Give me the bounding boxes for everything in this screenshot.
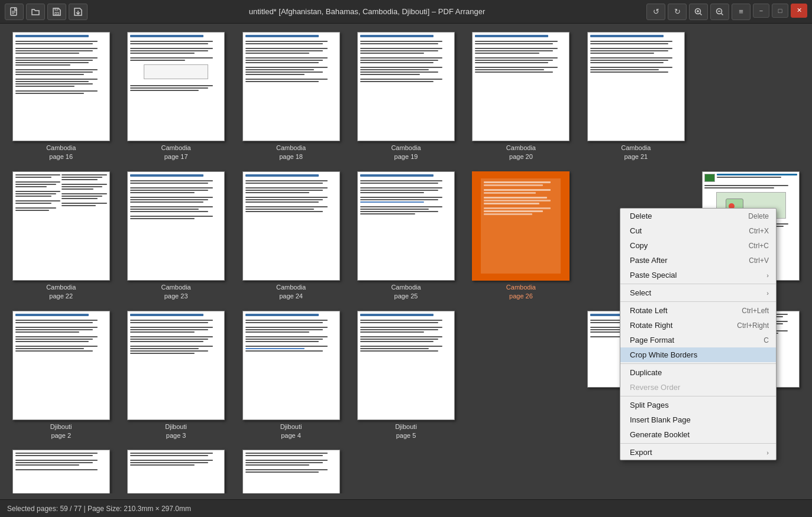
menu-item-rotate-right[interactable]: Rotate Right Ctrl+Right: [620, 318, 776, 333]
page-label: Djiboutipage 3: [165, 422, 187, 441]
page-label: Cambodiapage 24: [276, 283, 306, 301]
svg-rect-5: [55, 8, 58, 10]
menu-separator-4: [620, 396, 776, 396]
page-label: Djiboutipage 4: [280, 422, 302, 441]
page-thumb[interactable]: [472, 32, 570, 141]
page-thumb[interactable]: [587, 32, 685, 141]
page-item-row4-5[interactable]: [238, 450, 344, 493]
page-thumb[interactable]: [242, 32, 340, 141]
page-thumb[interactable]: [242, 171, 340, 281]
context-menu: Delete Delete Cut Ctrl+X Copy Ctrl+C Pas…: [620, 208, 777, 460]
page-label: Cambodiapage 18: [276, 144, 306, 162]
page-item-cambodia-25[interactable]: Cambodiapage 25: [353, 171, 458, 301]
page-thumb[interactable]: [12, 311, 110, 420]
page-item-cambodia-19[interactable]: Cambodiapage 19: [353, 32, 458, 162]
page-item-cambodia-18[interactable]: Cambodiapage 18: [238, 32, 344, 162]
page-thumb[interactable]: [127, 450, 225, 493]
page-label: Cambodiapage 25: [391, 283, 420, 301]
new-button[interactable]: [5, 4, 24, 20]
menu-item-shortcut: Ctrl+C: [749, 242, 769, 250]
menu-separator-1: [620, 284, 776, 284]
menu-item-export[interactable]: Export ›: [620, 445, 776, 460]
menu-item-label: Export: [630, 448, 652, 457]
maximize-button[interactable]: □: [772, 4, 788, 18]
menu-item-paste-special[interactable]: Paste Special ›: [620, 268, 776, 282]
menu-item-label: Crop White Borders: [630, 350, 697, 359]
page-item-cambodia-20[interactable]: Cambodiapage 20: [468, 32, 574, 162]
page-item-djibouti-4[interactable]: Djiboutipage 4: [238, 311, 344, 441]
close-button[interactable]: ✕: [791, 4, 807, 18]
menu-separator-5: [620, 443, 776, 444]
page-item-cambodia-17[interactable]: Cambodiapage 17: [123, 32, 228, 162]
menu-item-label: Reverse Order: [630, 383, 680, 392]
page-label: Cambodiapage 26: [506, 283, 536, 301]
menu-item-label: Select: [630, 288, 651, 297]
page-item-cambodia-26[interactable]: Cambodiapage 26: [468, 171, 574, 301]
menu-item-shortcut: Ctrl+X: [749, 227, 769, 235]
page-item-djibouti-3[interactable]: Djiboutipage 3: [123, 311, 228, 441]
page-item-cambodia-21[interactable]: Cambodiapage 21: [583, 32, 688, 162]
menu-item-shortcut: Delete: [748, 212, 769, 220]
submenu-arrow-icon: ›: [766, 449, 769, 456]
submenu-arrow-icon: ›: [766, 290, 769, 297]
svg-line-8: [700, 13, 702, 15]
menu-item-label: Copy: [630, 241, 648, 250]
page-item-cambodia-23[interactable]: Cambodiapage 23: [123, 171, 228, 301]
menu-item-generate-booklet[interactable]: Generate Booklet: [620, 427, 776, 442]
titlebar: untitled* [Afghanistan, Bahamas, Cambodi…: [0, 0, 812, 24]
menu-item-split-pages[interactable]: Split Pages: [620, 398, 776, 412]
undo-button[interactable]: ↺: [646, 4, 665, 20]
status-text: Selected pages: 59 / 77 | Page Size: 210…: [7, 505, 191, 513]
page-item-djibouti-2[interactable]: Djiboutipage 2: [8, 311, 114, 441]
menu-item-select[interactable]: Select ›: [620, 285, 776, 300]
menu-item-duplicate[interactable]: Duplicate: [620, 365, 776, 380]
menu-item-label: Insert Blank Page: [630, 415, 691, 424]
menu-item-label: Delete: [630, 212, 652, 220]
menu-item-paste-after[interactable]: Paste After Ctrl+V: [620, 253, 776, 268]
svg-line-12: [722, 13, 723, 15]
page-label: Cambodiapage 16: [46, 144, 76, 162]
submenu-arrow-icon: ›: [766, 272, 769, 279]
page-item-cambodia-22[interactable]: Cambodiapage 22: [8, 171, 114, 301]
page-item-cambodia-16[interactable]: Cambodiapage 16: [8, 32, 114, 162]
page-thumb[interactable]: [12, 450, 110, 493]
menu-item-copy[interactable]: Copy Ctrl+C: [620, 238, 776, 253]
page-thumb[interactable]: [242, 311, 340, 420]
page-item-row4-4[interactable]: [123, 450, 228, 493]
page-thumb[interactable]: [357, 32, 455, 141]
page-thumb[interactable]: [127, 32, 225, 141]
menu-item-delete[interactable]: Delete Delete: [620, 209, 776, 223]
page-thumb[interactable]: [12, 32, 110, 141]
hamburger-menu-button[interactable]: ≡: [732, 4, 750, 20]
zoom-out-button[interactable]: [710, 4, 729, 20]
menu-item-rotate-left[interactable]: Rotate Left Ctrl+Left: [620, 303, 776, 318]
save-button[interactable]: [47, 4, 66, 20]
page-thumb[interactable]: [242, 450, 340, 493]
page-thumb[interactable]: [357, 171, 455, 281]
menu-item-crop-white-borders[interactable]: Crop White Borders: [620, 347, 776, 362]
statusbar: Selected pages: 59 / 77 | Page Size: 210…: [0, 499, 812, 517]
menu-item-page-format[interactable]: Page Format C: [620, 333, 776, 347]
window-title: untitled* [Afghanistan, Bahamas, Cambodi…: [88, 7, 646, 16]
menu-item-label: Rotate Left: [630, 306, 668, 315]
open-button[interactable]: [26, 4, 45, 20]
zoom-in-button[interactable]: [689, 4, 708, 20]
menu-item-cut[interactable]: Cut Ctrl+X: [620, 223, 776, 238]
page-item-cambodia-24[interactable]: Cambodiapage 24: [238, 171, 344, 301]
page-thumb[interactable]: [12, 171, 110, 281]
page-thumb-selected[interactable]: [472, 171, 570, 281]
save-as-button[interactable]: [69, 4, 88, 20]
menu-separator-2: [620, 301, 776, 302]
minimize-button[interactable]: −: [753, 4, 769, 18]
page-thumb[interactable]: [127, 171, 225, 281]
page-thumb[interactable]: [127, 311, 225, 420]
menu-item-label: Paste Special: [630, 271, 677, 279]
redo-button[interactable]: ↻: [668, 4, 687, 20]
page-thumb[interactable]: [357, 311, 455, 420]
page-label: Cambodiapage 22: [46, 283, 76, 301]
page-item-row4-3[interactable]: [8, 450, 114, 493]
menu-item-insert-blank-page[interactable]: Insert Blank Page: [620, 412, 776, 427]
page-item-djibouti-5[interactable]: Djiboutipage 5: [353, 311, 458, 441]
menu-item-shortcut: Ctrl+V: [749, 256, 769, 265]
menu-item-label: Duplicate: [630, 368, 662, 377]
